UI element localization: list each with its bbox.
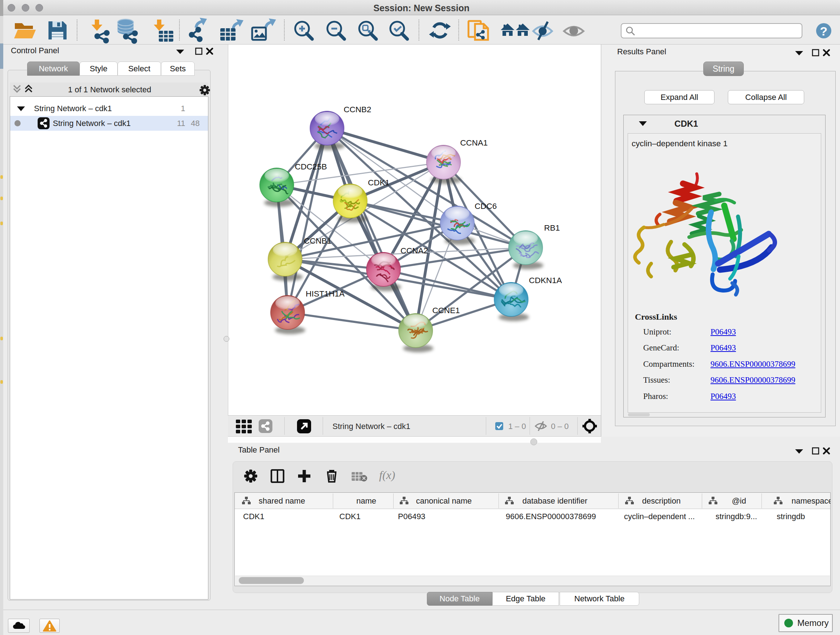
svg-text:CCNA2: CCNA2 <box>401 246 428 255</box>
svg-text:CCNE1: CCNE1 <box>432 306 460 315</box>
svg-text:CCNA1: CCNA1 <box>460 138 488 147</box>
svg-text:CDC25B: CDC25B <box>295 162 327 171</box>
svg-text:CDK1: CDK1 <box>368 178 390 187</box>
svg-text:HIST1H1A: HIST1H1A <box>306 289 345 298</box>
svg-text:CDKN1A: CDKN1A <box>529 276 562 285</box>
svg-text:CCNB1: CCNB1 <box>304 236 332 245</box>
svg-text:CDC6: CDC6 <box>475 202 497 211</box>
svg-text:RB1: RB1 <box>544 223 560 233</box>
svg-text:CCNB2: CCNB2 <box>344 105 371 114</box>
